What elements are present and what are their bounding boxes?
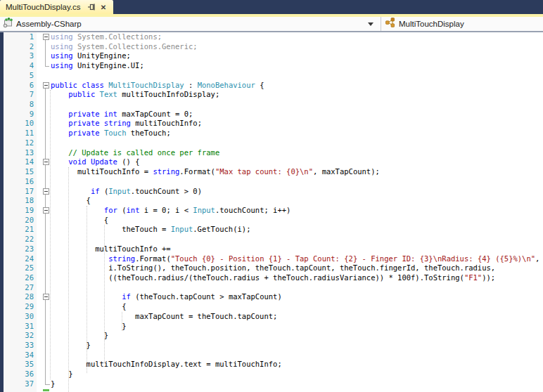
code-line[interactable]: 8	[0, 100, 543, 110]
project-scope-dropdown[interactable]: Assembly-CSharp	[0, 17, 381, 31]
fold-collapse-box[interactable]	[43, 294, 49, 300]
outlining-margin	[34, 138, 51, 148]
assembly-icon	[3, 17, 14, 31]
code-line[interactable]: 18 {	[0, 196, 543, 206]
code-editor-window: MultiTouchDisplay.cs ✕	[0, 0, 543, 392]
outlining-margin	[34, 244, 51, 254]
line-number: 26	[0, 273, 34, 283]
code-editor[interactable]: 1using System.Collections;2using System.…	[0, 32, 543, 392]
code-line[interactable]: 15 multiTouchInfo = string.Format("Max t…	[0, 167, 543, 177]
code-line[interactable]: 9 private int maxTapCount = 0;	[0, 110, 543, 119]
tab-multitouchdisplay[interactable]: MultiTouchDisplay.cs ✕	[0, 0, 113, 14]
code-line[interactable]: 4using UnityEngine.UI;	[0, 61, 543, 71]
line-number: 30	[0, 312, 34, 322]
code-text: // Update is called once per frame	[51, 148, 219, 157]
code-line[interactable]: 14 void Update () {	[0, 157, 543, 167]
code-line[interactable]: 33 }	[0, 341, 543, 351]
fold-collapse-box[interactable]	[43, 34, 49, 40]
outlining-margin	[34, 51, 51, 61]
code-line[interactable]: 16	[0, 177, 543, 187]
fold-collapse-box[interactable]	[43, 159, 49, 165]
code-line[interactable]: 27	[0, 283, 543, 293]
outlining-margin	[34, 129, 51, 138]
code-line[interactable]: 28 if (theTouch.tapCount > maxTapCount)	[0, 292, 543, 302]
line-number: 4	[0, 61, 34, 71]
code-text: {	[51, 302, 126, 311]
outlining-margin	[34, 379, 51, 389]
chevron-down-icon[interactable]	[368, 22, 373, 26]
code-line[interactable]: 34	[0, 351, 543, 360]
outlining-margin	[34, 167, 51, 177]
outlining-margin	[34, 360, 51, 370]
outlining-margin	[34, 312, 51, 322]
code-line[interactable]: 19 for (int i = 0; i < Input.touchCount;…	[0, 206, 543, 216]
code-line[interactable]: 20 {	[0, 216, 543, 226]
code-line[interactable]: 29 {	[0, 302, 543, 312]
outlining-margin	[34, 351, 51, 360]
fold-collapse-box[interactable]	[43, 207, 49, 214]
line-number: 20	[0, 216, 34, 226]
line-number: 34	[0, 351, 34, 360]
outlining-margin	[34, 263, 51, 273]
code-line[interactable]: 1using System.Collections;	[0, 32, 543, 42]
outlining-margin	[34, 100, 51, 110]
code-text: i.ToString(), theTouch.position, theTouc…	[51, 263, 495, 272]
line-number: 7	[0, 90, 34, 100]
code-text: }	[51, 379, 55, 388]
line-number: 13	[0, 148, 34, 158]
code-line[interactable]: 26 ((theTouch.radius/(theTouch.radius + …	[0, 273, 543, 283]
code-line[interactable]: 25 i.ToString(), theTouch.position, theT…	[0, 263, 543, 273]
code-line[interactable]: 17 if (Input.touchCount > 0)	[0, 187, 543, 197]
code-line[interactable]: 2using System.Collections.Generic;	[0, 42, 543, 52]
line-number: 24	[0, 254, 34, 264]
type-scope-dropdown[interactable]: MultiTouchDisplay	[381, 17, 543, 31]
editor-left-border	[0, 32, 4, 392]
code-line[interactable]: 32 }	[0, 331, 543, 341]
line-number: 37	[0, 379, 34, 389]
code-line[interactable]: 13 // Update is called once per frame	[0, 148, 543, 158]
fold-collapse-box[interactable]	[43, 188, 49, 195]
code-line[interactable]: 37}	[0, 379, 543, 389]
code-text: public class MultiTouchDisplay : MonoBeh…	[51, 81, 264, 89]
class-icon	[385, 17, 396, 31]
outlining-margin	[34, 254, 51, 264]
line-number: 19	[0, 206, 34, 216]
code-line[interactable]: 22	[0, 235, 543, 244]
code-line[interactable]: 12	[0, 138, 543, 148]
code-text: void Update () {	[51, 157, 139, 166]
outlining-margin	[34, 341, 51, 351]
fold-collapse-box[interactable]	[43, 82, 49, 89]
pin-icon[interactable]	[87, 3, 96, 12]
close-icon[interactable]: ✕	[99, 3, 108, 12]
code-text: private string multiTouchInfo;	[51, 119, 202, 127]
code-text: if (theTouch.tapCount > maxTapCount)	[51, 292, 282, 301]
code-line[interactable]: 3using UnityEngine;	[0, 51, 543, 61]
line-number: 10	[0, 119, 34, 129]
code-line[interactable]: 35 multiTouchInfoDisplay.text = multiTou…	[0, 360, 543, 370]
line-number: 2	[0, 42, 34, 52]
code-line[interactable]: 23 multiTouchInfo +=	[0, 244, 543, 254]
code-line[interactable]: 7 public Text multiTouchInfoDisplay;	[0, 90, 543, 100]
code-line[interactable]: 30 maxTapCount = theTouch.tapCount;	[0, 312, 543, 322]
code-text: multiTouchInfoDisplay.text = multiTouchI…	[51, 360, 282, 368]
outlining-margin	[34, 370, 51, 379]
code-line[interactable]: 36 }	[0, 370, 543, 379]
code-line[interactable]: 31 }	[0, 322, 543, 332]
code-line[interactable]: 11 private Touch theTouch;	[0, 129, 543, 138]
code-line[interactable]: 6public class MultiTouchDisplay : MonoBe…	[0, 81, 543, 91]
tab-title: MultiTouchDisplay.cs	[6, 3, 81, 11]
line-number: 3	[0, 51, 34, 61]
outlining-margin	[34, 119, 51, 129]
code-line[interactable]: 24 string.Format("Touch {0} - Position {…	[0, 254, 543, 264]
navigation-bar: Assembly-CSharp MultiTouchDisplay	[0, 17, 543, 32]
outlining-margin	[34, 148, 51, 158]
line-number: 32	[0, 331, 34, 341]
type-scope-label: MultiTouchDisplay	[399, 20, 464, 28]
outlining-margin	[34, 283, 51, 293]
outlining-margin	[34, 235, 51, 244]
line-number: 15	[0, 167, 34, 177]
code-line[interactable]: 5	[0, 71, 543, 81]
code-line[interactable]: 21 theTouch = Input.GetTouch(i);	[0, 225, 543, 235]
code-line[interactable]: 10 private string multiTouchInfo;	[0, 119, 543, 129]
project-scope-label: Assembly-CSharp	[16, 20, 368, 28]
